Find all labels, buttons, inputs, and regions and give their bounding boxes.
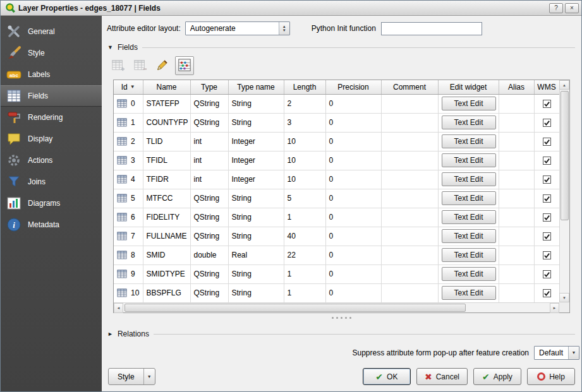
edit-widget-button[interactable]: Text Edit	[442, 248, 496, 262]
header-edit-widget[interactable]: Edit widget	[438, 80, 499, 94]
cell-alias[interactable]	[499, 170, 534, 189]
cell-alias[interactable]	[499, 189, 534, 208]
delete-column-button[interactable]	[131, 56, 150, 75]
cell-precision[interactable]: 0	[325, 94, 381, 113]
wms-checkbox[interactable]	[543, 194, 551, 203]
cell-name[interactable]: TLID	[143, 132, 190, 151]
cell-comment[interactable]	[381, 227, 438, 246]
scroll-down-icon[interactable]: ▼	[559, 293, 569, 302]
cell-length[interactable]: 1	[284, 208, 325, 227]
cell-length[interactable]: 2	[284, 94, 325, 113]
cell-length[interactable]: 40	[284, 227, 325, 246]
sidebar-item-fields[interactable]: Fields	[1, 85, 102, 107]
wms-checkbox[interactable]	[543, 213, 551, 222]
header-alias[interactable]: Alias	[499, 80, 534, 94]
edit-widget-button[interactable]: Text Edit	[442, 286, 496, 300]
cell-type-name[interactable]: Integer	[228, 132, 284, 151]
cell-name[interactable]: FULLNAME	[143, 227, 190, 246]
cell-comment[interactable]	[381, 264, 438, 283]
cell-alias[interactable]	[499, 113, 534, 132]
cell-alias[interactable]	[499, 94, 534, 113]
python-init-input[interactable]	[381, 22, 482, 35]
wms-checkbox[interactable]	[543, 100, 551, 108]
cell-length[interactable]: 5	[284, 189, 325, 208]
scroll-left-icon[interactable]: ◄	[114, 303, 123, 313]
scroll-up-icon[interactable]: ▲	[559, 80, 569, 90]
edit-widget-button[interactable]: Text Edit	[442, 116, 496, 129]
fields-group-header[interactable]: ▼ Fields	[107, 43, 575, 52]
edit-widget-button[interactable]: Text Edit	[442, 97, 496, 110]
cell-length[interactable]: 22	[284, 246, 325, 264]
cell-length[interactable]: 10	[284, 170, 325, 189]
cell-comment[interactable]	[381, 132, 438, 151]
new-column-button[interactable]	[109, 56, 128, 75]
edit-widget-button[interactable]: Text Edit	[442, 191, 496, 205]
cell-id[interactable]: 1	[114, 113, 143, 132]
wms-checkbox[interactable]	[543, 175, 551, 184]
cell-precision[interactable]: 0	[325, 113, 381, 132]
window-help-button[interactable]: ?	[549, 3, 563, 13]
sidebar-item-joins[interactable]: Joins	[1, 171, 102, 193]
header-wms[interactable]: WMS	[534, 80, 559, 94]
cell-name[interactable]: STATEFP	[143, 94, 190, 113]
cell-type[interactable]: int	[190, 170, 228, 189]
window-close-button[interactable]: ×	[565, 3, 579, 13]
cell-length[interactable]: 1	[284, 283, 325, 302]
sidebar-item-style[interactable]: Style	[1, 42, 102, 64]
vertical-scrollbar[interactable]: ▲ ▼	[559, 80, 569, 302]
edit-widget-button[interactable]: Text Edit	[442, 134, 496, 148]
header-type[interactable]: Type	[190, 80, 228, 94]
wms-checkbox[interactable]	[543, 157, 551, 165]
cell-type-name[interactable]: Integer	[228, 151, 284, 170]
cell-length[interactable]: 10	[284, 151, 325, 170]
sidebar-item-general[interactable]: General	[1, 21, 102, 42]
cell-name[interactable]: SMID	[143, 246, 190, 264]
wms-checkbox[interactable]	[543, 138, 551, 146]
cell-type-name[interactable]: String	[228, 264, 284, 283]
combo-spinner-icon[interactable]: ▲▼	[279, 22, 289, 35]
cell-type[interactable]: QString	[190, 113, 228, 132]
cell-id[interactable]: 5	[114, 189, 143, 208]
cell-id[interactable]: 0	[114, 94, 143, 113]
cell-alias[interactable]	[499, 227, 534, 246]
cell-comment[interactable]	[381, 283, 438, 302]
header-name[interactable]: Name	[143, 80, 190, 94]
suppress-select[interactable]: Default ▼	[534, 346, 579, 360]
cell-type[interactable]: QString	[190, 227, 228, 246]
cell-comment[interactable]	[381, 94, 438, 113]
help-button[interactable]: Help	[527, 368, 575, 385]
cell-name[interactable]: BBSPFLG	[143, 283, 190, 302]
style-button[interactable]: Style ▼	[108, 368, 155, 385]
cell-precision[interactable]: 0	[325, 227, 381, 246]
cell-type-name[interactable]: String	[228, 189, 284, 208]
cell-type-name[interactable]: String	[228, 283, 284, 302]
relations-group-header[interactable]: ► Relations	[107, 330, 575, 338]
cell-name[interactable]: TFIDR	[143, 170, 190, 189]
cell-id[interactable]: 8	[114, 246, 143, 264]
cell-type[interactable]: double	[190, 246, 228, 264]
cell-name[interactable]: FIDELITY	[143, 208, 190, 227]
header-length[interactable]: Length	[284, 80, 325, 94]
cell-type-name[interactable]: String	[228, 227, 284, 246]
sidebar-item-actions[interactable]: Actions	[1, 150, 102, 171]
cell-id[interactable]: 7	[114, 227, 143, 246]
cell-id[interactable]: 3	[114, 151, 143, 170]
field-calculator-button[interactable]	[175, 56, 194, 75]
horizontal-scrollbar-thumb[interactable]	[124, 304, 466, 312]
wms-checkbox[interactable]	[543, 232, 551, 241]
cell-alias[interactable]	[499, 283, 534, 302]
header-precision[interactable]: Precision	[325, 80, 381, 94]
vertical-scrollbar-thumb[interactable]	[561, 91, 569, 220]
dropdown-icon[interactable]: ▼	[568, 347, 579, 359]
edit-widget-button[interactable]: Text Edit	[442, 172, 496, 186]
cell-name[interactable]: TFIDL	[143, 151, 190, 170]
sidebar-item-labels[interactable]: abc Labels	[1, 64, 102, 85]
wms-checkbox[interactable]	[543, 251, 551, 259]
cell-alias[interactable]	[499, 151, 534, 170]
cell-precision[interactable]: 0	[325, 283, 381, 302]
cell-comment[interactable]	[381, 208, 438, 227]
cell-type[interactable]: QString	[190, 94, 228, 113]
cell-precision[interactable]: 0	[325, 208, 381, 227]
cell-type[interactable]: QString	[190, 283, 228, 302]
cell-id[interactable]: 9	[114, 264, 143, 283]
